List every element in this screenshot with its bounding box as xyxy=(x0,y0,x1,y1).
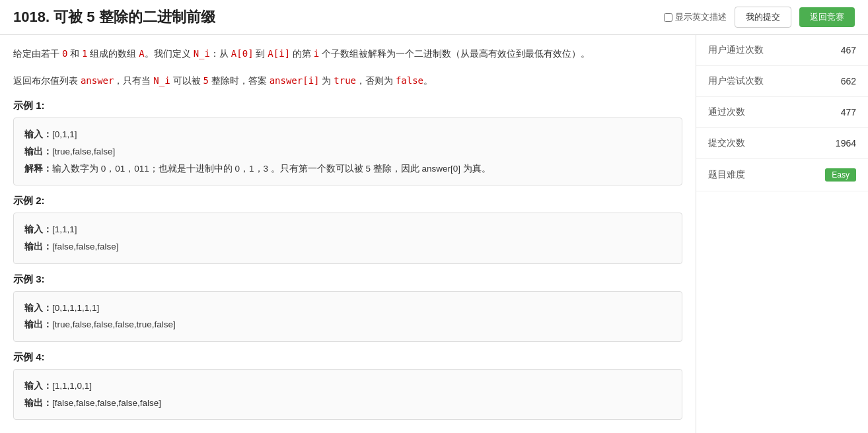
input-value-0: [0,1,1] xyxy=(52,129,77,139)
code-true: true xyxy=(334,75,356,86)
examples-container: 示例 1:输入：[0,1,1]输出：[true,false,false]解释：输… xyxy=(13,100,682,420)
explanation-value-0: 输入数字为 0，01，011；也就是十进制中的 0，1，3 。只有第一个数可以被… xyxy=(52,164,491,174)
example-title-2: 示例 3: xyxy=(13,273,682,286)
example-box-3: 输入：[1,1,1,0,1]输出：[false,false,false,fals… xyxy=(13,369,682,420)
sidebar: 用户通过次数 467 用户尝试次数 662 通过次数 477 提交次数 1964… xyxy=(696,35,868,433)
code-A0: A[0] xyxy=(231,48,254,59)
input-label-3: 输入： xyxy=(24,381,52,391)
sidebar-stat-row-2: 通过次数 477 xyxy=(696,97,868,128)
problem-description: 给定由若干 0 和 1 组成的数组 A。我们定义 N_i：从 A[0] 到 A[… xyxy=(13,46,682,62)
stat-value-3: 1964 xyxy=(836,138,856,149)
input-value-3: [1,1,1,0,1] xyxy=(52,381,92,391)
code-1: 1 xyxy=(82,48,87,59)
sidebar-stat-row-3: 提交次数 1964 xyxy=(696,128,868,159)
input-label-2: 输入： xyxy=(24,303,52,313)
code-0: 0 xyxy=(62,48,67,59)
code-i: i xyxy=(314,48,319,59)
output-value-1: [false,false,false] xyxy=(52,242,119,251)
stat-label-3: 提交次数 xyxy=(708,137,745,149)
code-A: A xyxy=(139,48,144,59)
input-value-1: [1,1,1] xyxy=(52,224,77,234)
example-title-0: 示例 1: xyxy=(13,100,682,112)
header-actions: 显示英文描述 我的提交 返回竞赛 xyxy=(664,7,855,28)
show-english-checkbox[interactable] xyxy=(664,13,672,22)
stat-label-1: 用户尝试次数 xyxy=(708,75,764,87)
output-value-0: [true,false,false] xyxy=(52,147,115,156)
page-title: 1018. 可被 5 整除的二进制前缀 xyxy=(13,7,215,27)
header: 1018. 可被 5 整除的二进制前缀 显示英文描述 我的提交 返回竞赛 xyxy=(0,0,868,35)
code-5: 5 xyxy=(203,75,208,86)
code-answeri: answer[i] xyxy=(270,75,320,86)
my-submit-button[interactable]: 我的提交 xyxy=(735,7,791,28)
explanation-label-0: 解释： xyxy=(24,164,52,174)
sidebar-difficulty-row: 题目难度 Easy xyxy=(696,159,868,191)
sidebar-stat-row-1: 用户尝试次数 662 xyxy=(696,66,868,97)
main-layout: 给定由若干 0 和 1 组成的数组 A。我们定义 N_i：从 A[0] 到 A[… xyxy=(0,35,868,433)
output-label-1: 输出： xyxy=(24,242,52,251)
example-title-3: 示例 4: xyxy=(13,351,682,364)
example-box-2: 输入：[0,1,1,1,1,1]输出：[true,false,false,fal… xyxy=(13,291,682,342)
input-label-0: 输入： xyxy=(24,129,52,139)
stat-value-1: 662 xyxy=(841,76,856,86)
code-Ni2: N_i xyxy=(153,75,170,86)
stat-label-0: 用户通过次数 xyxy=(708,44,764,56)
difficulty-label: 题目难度 xyxy=(708,169,745,181)
stat-value-0: 467 xyxy=(841,45,856,55)
example-box-0: 输入：[0,1,1]输出：[true,false,false]解释：输入数字为 … xyxy=(13,117,682,185)
sidebar-stats: 用户通过次数 467 用户尝试次数 662 通过次数 477 提交次数 1964 xyxy=(696,35,868,159)
back-button[interactable]: 返回竞赛 xyxy=(799,7,855,27)
output-label-0: 输出： xyxy=(24,147,52,156)
show-english-label[interactable]: 显示英文描述 xyxy=(664,11,727,23)
output-value-3: [false,false,false,false,false] xyxy=(52,398,161,408)
code-Ai: A[i] xyxy=(268,48,290,59)
sidebar-stat-row-0: 用户通过次数 467 xyxy=(696,35,868,66)
content-area: 给定由若干 0 和 1 组成的数组 A。我们定义 N_i：从 A[0] 到 A[… xyxy=(0,35,696,433)
input-label-1: 输入： xyxy=(24,224,52,234)
stat-label-2: 通过次数 xyxy=(708,106,745,118)
output-label-3: 输出： xyxy=(24,398,52,408)
code-false: false xyxy=(396,75,423,86)
output-label-2: 输出： xyxy=(24,319,52,329)
code-Ni: N_i xyxy=(194,48,210,59)
output-value-2: [true,false,false,false,true,false] xyxy=(52,319,176,329)
code-answer: answer xyxy=(81,75,114,86)
difficulty-badge: Easy xyxy=(825,168,856,182)
problem-description-2: 返回布尔值列表 answer，只有当 N_i 可以被 5 整除时，答案 answ… xyxy=(13,73,682,89)
input-value-2: [0,1,1,1,1,1] xyxy=(52,303,99,313)
stat-value-2: 477 xyxy=(841,107,856,117)
example-box-1: 输入：[1,1,1]输出：[false,false,false] xyxy=(13,213,682,263)
example-title-1: 示例 2: xyxy=(13,195,682,207)
